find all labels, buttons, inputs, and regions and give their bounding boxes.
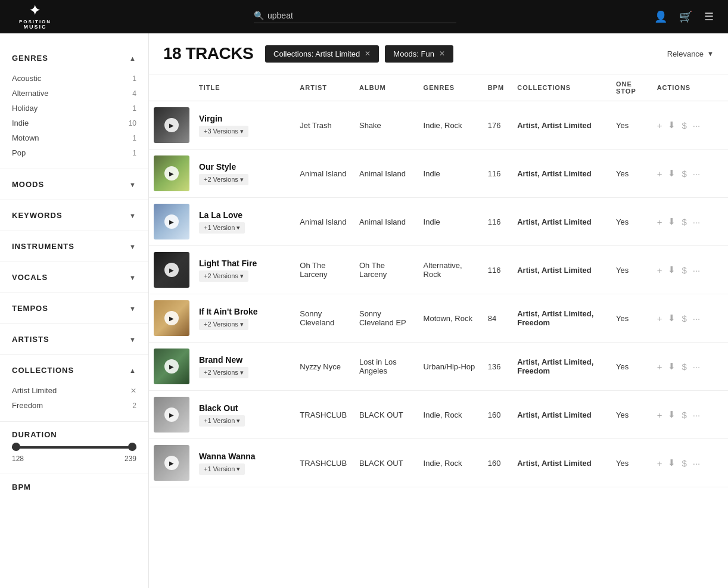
play-button[interactable]: ▶ bbox=[164, 214, 179, 229]
instruments-arrow-icon: ▼ bbox=[129, 243, 136, 250]
price-icon[interactable]: $ bbox=[682, 313, 686, 323]
price-icon[interactable]: $ bbox=[682, 120, 686, 130]
more-icon[interactable]: ··· bbox=[693, 217, 701, 227]
sidebar-item-alternative[interactable]: Alternative 4 bbox=[12, 86, 136, 101]
price-icon[interactable]: $ bbox=[682, 169, 686, 179]
download-icon[interactable]: ⬇ bbox=[668, 313, 676, 323]
sidebar-item-acoustic[interactable]: Acoustic 1 bbox=[12, 71, 136, 86]
version-button[interactable]: +1 Version ▾ bbox=[199, 222, 245, 234]
tempos-filter-header[interactable]: TEMPOS ▼ bbox=[0, 295, 148, 321]
version-button[interactable]: +2 Versions ▾ bbox=[199, 270, 248, 282]
play-button[interactable]: ▶ bbox=[164, 456, 179, 470]
price-icon[interactable]: $ bbox=[682, 410, 686, 420]
sidebar-item-indie[interactable]: Indie 10 bbox=[12, 116, 136, 130]
sidebar-item-holiday[interactable]: Holiday 1 bbox=[12, 101, 136, 116]
add-icon[interactable]: + bbox=[657, 169, 662, 179]
version-button[interactable]: +1 Version ▾ bbox=[199, 415, 245, 427]
tag-moods-remove-icon[interactable]: ✕ bbox=[439, 49, 445, 58]
download-icon[interactable]: ⬇ bbox=[668, 168, 676, 179]
track-thumbnail[interactable]: ▶ bbox=[154, 107, 189, 143]
more-icon[interactable]: ··· bbox=[693, 169, 701, 179]
download-icon[interactable]: ⬇ bbox=[668, 265, 676, 275]
tag-collections-remove-icon[interactable]: ✕ bbox=[365, 49, 371, 58]
sidebar-item-pop[interactable]: Pop 1 bbox=[12, 145, 136, 160]
keywords-filter-header[interactable]: KEYWORDS ▼ bbox=[0, 203, 148, 228]
duration-slider-thumb-left[interactable] bbox=[12, 443, 20, 451]
filter-tag-collections[interactable]: Collections: Artist Limited ✕ bbox=[265, 45, 379, 63]
version-button[interactable]: +2 Versions ▾ bbox=[199, 174, 248, 185]
collections-label: COLLECTIONS bbox=[12, 366, 74, 375]
play-button[interactable]: ▶ bbox=[164, 407, 179, 422]
download-icon[interactable]: ⬇ bbox=[668, 409, 676, 420]
play-button[interactable]: ▶ bbox=[164, 118, 179, 132]
version-button[interactable]: +2 Versions ▾ bbox=[199, 319, 248, 330]
sidebar: GENRES ▲ Acoustic 1 Alternative 4 Holida… bbox=[0, 33, 149, 588]
col-header-title: TITLE bbox=[194, 74, 295, 101]
version-button[interactable]: +3 Versions ▾ bbox=[199, 126, 248, 137]
remove-artist-limited-icon[interactable]: ✕ bbox=[130, 387, 136, 395]
track-thumbnail[interactable]: ▶ bbox=[154, 252, 189, 288]
sidebar-item-motown[interactable]: Motown 1 bbox=[12, 130, 136, 145]
more-icon[interactable]: ··· bbox=[693, 120, 701, 130]
table-row: ▶ Light That Fire +2 Versions ▾ Oh The L… bbox=[149, 246, 728, 294]
play-button[interactable]: ▶ bbox=[164, 359, 179, 374]
collections-filter-header[interactable]: COLLECTIONS ▲ bbox=[0, 357, 148, 383]
track-thumbnail[interactable]: ▶ bbox=[154, 397, 189, 433]
download-icon[interactable]: ⬇ bbox=[668, 216, 676, 227]
version-button[interactable]: +1 Version ▾ bbox=[199, 463, 245, 475]
more-icon[interactable]: ··· bbox=[693, 410, 701, 420]
version-button[interactable]: +2 Versions ▾ bbox=[199, 367, 248, 378]
download-icon[interactable]: ⬇ bbox=[668, 361, 676, 372]
duration-slider-thumb-right[interactable] bbox=[128, 443, 136, 451]
add-icon[interactable]: + bbox=[657, 362, 662, 372]
more-icon[interactable]: ··· bbox=[693, 362, 701, 372]
play-button[interactable]: ▶ bbox=[164, 263, 179, 277]
duration-label: DURATION bbox=[12, 430, 136, 439]
play-button[interactable]: ▶ bbox=[164, 311, 179, 325]
price-icon[interactable]: $ bbox=[682, 265, 686, 275]
track-artist: Animal Island bbox=[295, 150, 354, 198]
menu-icon[interactable]: ☰ bbox=[704, 10, 714, 23]
price-icon[interactable]: $ bbox=[682, 217, 686, 227]
filter-tag-moods[interactable]: Moods: Fun ✕ bbox=[385, 45, 453, 63]
track-artist: Jet Trash bbox=[295, 101, 354, 150]
sidebar-item-freedom[interactable]: Freedom 2 bbox=[12, 398, 136, 413]
add-icon[interactable]: + bbox=[657, 120, 662, 130]
moods-filter-header[interactable]: MOODS ▼ bbox=[0, 172, 148, 197]
download-icon[interactable]: ⬇ bbox=[668, 120, 676, 130]
play-button[interactable]: ▶ bbox=[164, 166, 179, 181]
track-actions-cell: + ⬇ $ ··· bbox=[652, 391, 728, 439]
track-thumbnail[interactable]: ▶ bbox=[154, 155, 189, 191]
artists-filter-header[interactable]: ARTISTS ▼ bbox=[0, 326, 148, 352]
collections-item-artist-limited[interactable]: Artist Limited ✕ bbox=[12, 383, 136, 398]
genres-arrow-icon: ▲ bbox=[129, 55, 136, 62]
more-icon[interactable]: ··· bbox=[693, 458, 701, 468]
track-thumbnail[interactable]: ▶ bbox=[154, 349, 189, 384]
search-input[interactable] bbox=[264, 11, 456, 20]
download-icon[interactable]: ⬇ bbox=[668, 458, 676, 468]
logo-icon: ✦ bbox=[29, 3, 41, 18]
track-actions-cell: + ⬇ $ ··· bbox=[652, 439, 728, 487]
price-icon[interactable]: $ bbox=[682, 362, 686, 372]
more-icon[interactable]: ··· bbox=[693, 313, 701, 323]
add-icon[interactable]: + bbox=[657, 458, 662, 468]
more-icon[interactable]: ··· bbox=[693, 265, 701, 275]
vocals-filter-header[interactable]: VOCALS ▼ bbox=[0, 265, 148, 290]
account-icon[interactable]: 👤 bbox=[654, 10, 667, 23]
add-icon[interactable]: + bbox=[657, 265, 662, 275]
add-icon[interactable]: + bbox=[657, 313, 662, 323]
track-thumbnail[interactable]: ▶ bbox=[154, 204, 189, 239]
track-thumbnail[interactable]: ▶ bbox=[154, 445, 189, 481]
sort-area[interactable]: Relevance ▼ bbox=[667, 49, 714, 58]
track-thumbnail[interactable]: ▶ bbox=[154, 300, 189, 336]
cart-icon[interactable]: 🛒 bbox=[679, 10, 692, 23]
table-row: ▶ La La Love +1 Version ▾ Animal Island … bbox=[149, 198, 728, 246]
collections-arrow-icon: ▲ bbox=[129, 367, 136, 374]
add-icon[interactable]: + bbox=[657, 217, 662, 227]
table-row: ▶ Our Style +2 Versions ▾ Animal Island … bbox=[149, 150, 728, 198]
instruments-filter-header[interactable]: INSTRUMENTS ▼ bbox=[0, 234, 148, 259]
track-album: BLACK OUT bbox=[354, 391, 419, 439]
price-icon[interactable]: $ bbox=[682, 458, 686, 468]
genres-filter-header[interactable]: GENRES ▲ bbox=[0, 45, 148, 71]
add-icon[interactable]: + bbox=[657, 410, 662, 420]
